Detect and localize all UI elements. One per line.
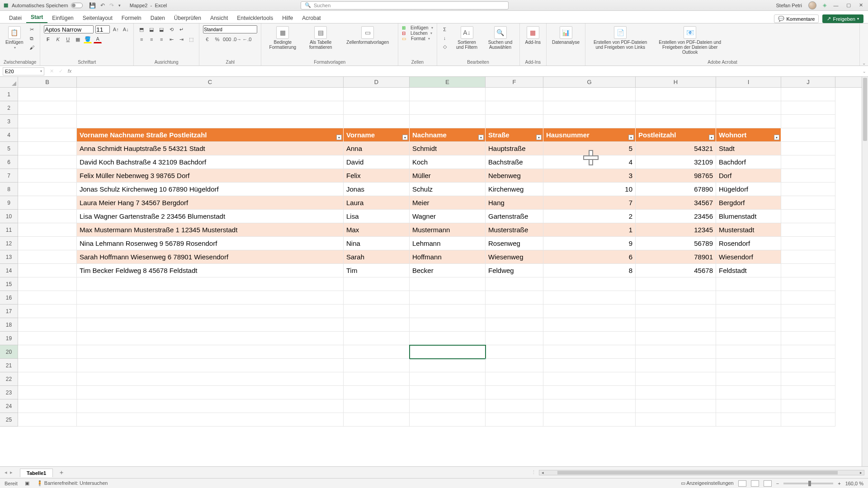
cell-E20[interactable] [410, 345, 486, 359]
cell-D12[interactable]: Nina [344, 237, 410, 250]
cell-C24[interactable] [77, 399, 344, 413]
cell-B19[interactable] [18, 332, 77, 345]
cell-J9[interactable] [781, 196, 835, 210]
cell-F10[interactable]: Gartenstraße [486, 210, 543, 223]
cell-G16[interactable] [543, 291, 636, 305]
cell-I3[interactable] [716, 115, 781, 128]
cell-I22[interactable] [716, 372, 781, 386]
cell-J19[interactable] [781, 332, 835, 345]
row-header-5[interactable]: 5 [0, 142, 18, 155]
cell-D11[interactable]: Max [344, 223, 410, 237]
row-header-12[interactable]: 12 [0, 237, 18, 250]
filter-arrow-icon[interactable]: ▼ [402, 135, 408, 140]
cell-E2[interactable] [410, 101, 486, 115]
decrease-indent-button[interactable]: ⇤ [167, 35, 175, 43]
cell-G15[interactable] [543, 277, 636, 291]
cell-G13[interactable]: 6 [543, 250, 636, 264]
cell-D6[interactable]: David [344, 155, 410, 169]
cell-B9[interactable] [18, 196, 77, 210]
cell-E6[interactable]: Koch [410, 155, 486, 169]
qat-customize-icon[interactable]: ▾ [118, 3, 121, 8]
cell-B7[interactable] [18, 169, 77, 183]
cell-E22[interactable] [410, 372, 486, 386]
avatar[interactable] [808, 1, 816, 9]
cell-B23[interactable] [18, 386, 77, 399]
cell-I6[interactable]: Bachdorf [716, 155, 781, 169]
filter-arrow-icon[interactable]: ▼ [709, 135, 714, 140]
cell-J11[interactable] [781, 223, 835, 237]
cell-H24[interactable] [636, 399, 716, 413]
cell-J6[interactable] [781, 155, 835, 169]
cell-I7[interactable]: Dorf [716, 169, 781, 183]
cell-D15[interactable] [344, 277, 410, 291]
cell-G12[interactable]: 9 [543, 237, 636, 250]
cell-B12[interactable] [18, 237, 77, 250]
cell-C11[interactable]: Max Mustermann Musterstraße 1 12345 Must… [77, 223, 344, 237]
zoom-level[interactable]: 160,0 % [845, 481, 863, 486]
cell-H19[interactable] [636, 332, 716, 345]
page-break-view-button[interactable] [764, 480, 772, 487]
filter-arrow-icon[interactable]: ▼ [774, 135, 779, 140]
split-handle-icon[interactable]: ⋮ [531, 469, 536, 475]
merge-button[interactable]: ⬚ [187, 35, 195, 43]
cell-H7[interactable]: 98765 [636, 169, 716, 183]
cell-F4[interactable]: Straße▼ [486, 128, 543, 142]
cell-B20[interactable] [18, 345, 77, 359]
cell-H20[interactable] [636, 345, 716, 359]
fill-color-button[interactable]: 🪣 [84, 35, 92, 43]
cell-D1[interactable] [344, 88, 410, 101]
zoom-out-button[interactable]: − [776, 481, 779, 486]
cell-H5[interactable]: 54321 [636, 142, 716, 155]
number-format-select[interactable] [203, 25, 257, 33]
cell-I11[interactable]: Musterstadt [716, 223, 781, 237]
fill-button[interactable]: ↓ [441, 34, 449, 42]
insert-cells-button[interactable]: ⊞ Einfügen▾ [402, 25, 433, 30]
cell-C15[interactable] [77, 277, 344, 291]
cell-E11[interactable]: Mustermann [410, 223, 486, 237]
cell-H9[interactable]: 34567 [636, 196, 716, 210]
cell-G24[interactable] [543, 399, 636, 413]
cell-E7[interactable]: Müller [410, 169, 486, 183]
tab-seitenlayout[interactable]: Seitenlayout [78, 13, 117, 23]
cell-F20[interactable] [486, 345, 543, 359]
cell-D5[interactable]: Anna [344, 142, 410, 155]
cell-B5[interactable] [18, 142, 77, 155]
cell-F5[interactable]: Hauptstraße [486, 142, 543, 155]
col-header-C[interactable]: C [77, 77, 344, 87]
cell-F19[interactable] [486, 332, 543, 345]
data-analysis-button[interactable]: 📊Datenanalyse [550, 25, 581, 46]
cell-D19[interactable] [344, 332, 410, 345]
wrap-text-button[interactable]: ↵ [177, 25, 185, 33]
hscroll-left-icon[interactable]: ◂ [539, 470, 546, 475]
cell-I14[interactable]: Feldstadt [716, 264, 781, 277]
cell-J20[interactable] [781, 345, 835, 359]
cell-D13[interactable]: Sarah [344, 250, 410, 264]
cell-E3[interactable] [410, 115, 486, 128]
row-header-13[interactable]: 13 [0, 250, 18, 264]
cell-H1[interactable] [636, 88, 716, 101]
cell-F21[interactable] [486, 359, 543, 372]
cell-D8[interactable]: Jonas [344, 183, 410, 196]
sheet-nav-next-icon[interactable]: ▸ [10, 469, 13, 475]
cell-D24[interactable] [344, 399, 410, 413]
accessibility-status[interactable]: 🧍 Barrierefreiheit: Untersuchen [37, 480, 108, 486]
hscroll-thumb[interactable] [557, 471, 838, 474]
cell-C9[interactable]: Laura Meier Hang 7 34567 Bergdorf [77, 196, 344, 210]
cell-I1[interactable] [716, 88, 781, 101]
cell-E9[interactable]: Meier [410, 196, 486, 210]
currency-button[interactable]: € [203, 35, 211, 43]
align-middle-button[interactable]: ⬓ [147, 25, 156, 33]
cell-G10[interactable]: 2 [543, 210, 636, 223]
display-settings-button[interactable]: ▭ Anzeigeeinstellungen [681, 480, 734, 486]
cell-D18[interactable] [344, 318, 410, 332]
cell-G9[interactable]: 7 [543, 196, 636, 210]
create-pdf-outlook-button[interactable]: 📧Erstellen von PDF-Dateien und Freigeben… [654, 25, 726, 56]
cell-I25[interactable] [716, 413, 781, 427]
col-header-I[interactable]: I [716, 77, 781, 87]
sheet-tab-tabelle1[interactable]: Tabelle1 [20, 469, 53, 477]
row-header-25[interactable]: 25 [0, 413, 18, 427]
cell-F12[interactable]: Rosenweg [486, 237, 543, 250]
scrollbar-thumb[interactable] [863, 78, 867, 141]
cell-H22[interactable] [636, 372, 716, 386]
cell-F16[interactable] [486, 291, 543, 305]
